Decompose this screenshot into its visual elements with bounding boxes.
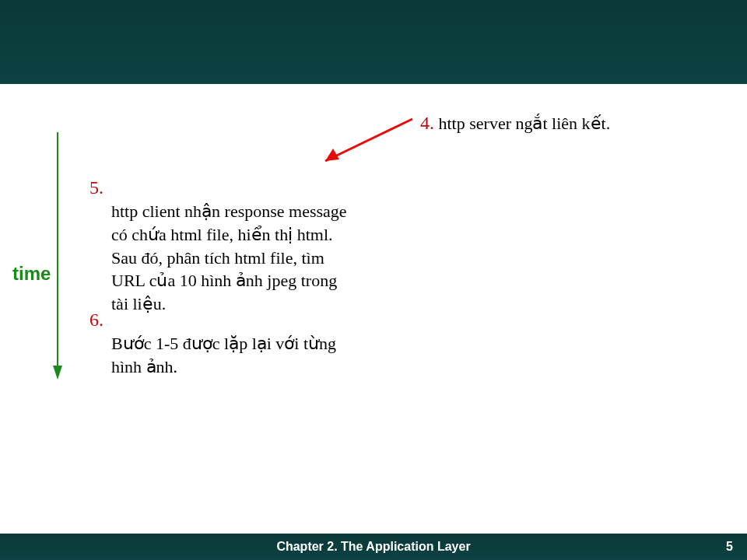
step-6-text: Bước 1-5 được lặp lại với từng hình ảnh. xyxy=(89,332,354,378)
red-arrow-icon xyxy=(303,113,420,175)
step-5-text: http client nhận response message có chứ… xyxy=(89,200,354,315)
page-number: 5 xyxy=(726,540,733,554)
step-4-number: 4. xyxy=(420,113,434,133)
header-band xyxy=(0,0,747,84)
timeline-label: time xyxy=(12,263,51,285)
step-4-text: http server ngắt liên kết. xyxy=(439,114,611,133)
step-5-text-first xyxy=(103,178,125,198)
svg-line-2 xyxy=(325,119,412,161)
step-5-number: 5. xyxy=(89,177,103,198)
footer-title: Chapter 2. The Application Layer xyxy=(0,540,747,554)
step-6: 6. Bước 1-5 được lặp lại với từng hình ả… xyxy=(89,307,354,379)
step-6-number: 6. xyxy=(89,310,103,330)
footer-band: Chapter 2. The Application Layer 5 xyxy=(0,534,747,560)
step-5: 5. http client nhận response message có … xyxy=(89,175,354,316)
timeline-arrow-icon xyxy=(53,132,62,381)
step-4: 4. http server ngắt liên kết. xyxy=(420,110,724,135)
svg-marker-1 xyxy=(53,366,62,380)
slide: time 4. http server ngắt liên kết. 5. ht… xyxy=(0,0,747,560)
